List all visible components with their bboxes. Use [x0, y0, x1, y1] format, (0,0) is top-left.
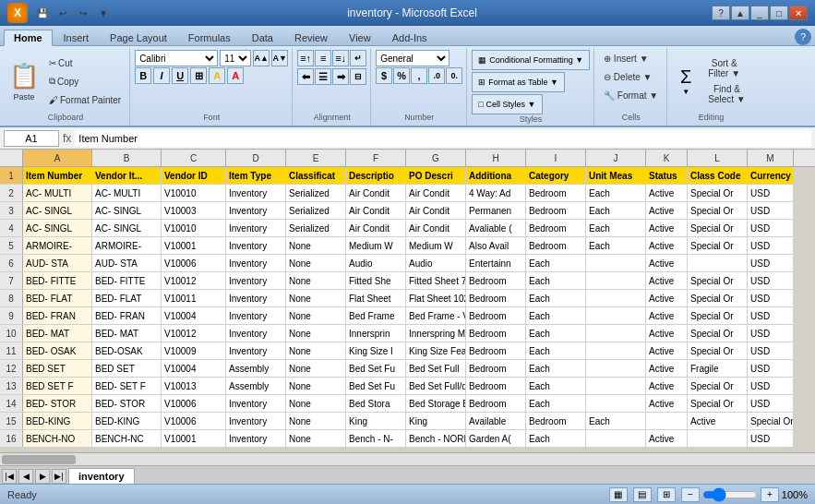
cell[interactable] — [586, 325, 646, 342]
cell[interactable]: None — [286, 290, 346, 306]
cell[interactable]: Flat Sheet 102" X 66" — [406, 290, 466, 306]
cell-styles-button[interactable]: □ Cell Styles ▼ — [472, 94, 542, 114]
cell[interactable]: Fragile — [688, 360, 748, 377]
cell[interactable]: V10006 — [162, 255, 226, 271]
cell[interactable]: Bed Frame — [346, 307, 406, 324]
cell[interactable]: V10006 — [162, 413, 226, 429]
row-header-9[interactable]: 9 — [0, 307, 23, 324]
cell[interactable]: Active — [646, 395, 688, 412]
zoom-in-button[interactable]: + — [761, 487, 779, 502]
cell[interactable]: Bench - N- — [346, 430, 406, 447]
cell[interactable]: None — [286, 378, 346, 394]
cell[interactable]: USD — [748, 220, 794, 236]
fill-color-button[interactable]: A — [209, 67, 225, 84]
underline-button[interactable]: U — [172, 67, 188, 84]
row-header-5[interactable]: 5 — [0, 237, 23, 254]
help-icon[interactable]: ? — [795, 29, 811, 45]
cell[interactable]: Special Or — [688, 272, 748, 289]
cell[interactable]: Active — [646, 307, 688, 324]
cell[interactable]: USD — [748, 185, 794, 201]
cell[interactable]: V10010 — [162, 220, 226, 236]
cell[interactable]: Active — [646, 237, 688, 254]
cell[interactable]: Bed Set Full — [406, 360, 466, 377]
sheet-tab-inventory[interactable]: inventory — [68, 468, 135, 484]
cell[interactable]: Inventory — [226, 220, 286, 236]
cell[interactable]: BED- FITTE — [23, 272, 92, 289]
col-header-k[interactable]: K — [646, 150, 688, 166]
cell[interactable]: Special Or — [748, 413, 794, 429]
tab-insert[interactable]: Insert — [54, 30, 100, 45]
cell[interactable]: V10001 — [162, 237, 226, 254]
align-top-left-button[interactable]: ≡↑ — [297, 50, 314, 66]
col-header-e[interactable]: E — [286, 150, 346, 166]
cell[interactable]: Air Condit — [406, 220, 466, 236]
format-button[interactable]: 🔧 Format ▼ — [599, 87, 663, 103]
cut-button[interactable]: ✂ Cut — [44, 54, 126, 71]
italic-button[interactable]: I — [153, 67, 170, 84]
sum-button[interactable]: Σ ▼ — [672, 56, 700, 106]
cell[interactable] — [586, 430, 646, 447]
row-header-4[interactable]: 4 — [0, 220, 23, 236]
cell[interactable]: AC- MULTI — [23, 185, 92, 201]
cell[interactable]: USD — [748, 307, 794, 324]
cell[interactable]: Each — [586, 237, 646, 254]
cell[interactable]: V10009 — [162, 342, 226, 359]
cell[interactable]: Active — [646, 360, 688, 377]
cell[interactable]: Inventory — [226, 325, 286, 342]
cell[interactable]: Air Condit — [346, 220, 406, 236]
cell[interactable]: BED- FITTE — [92, 272, 162, 289]
sheet-nav-prev[interactable]: ◀ — [18, 469, 33, 484]
cell[interactable]: AC- SINGL — [92, 202, 162, 219]
cell[interactable]: Bedroom — [466, 360, 526, 377]
cell[interactable]: Bedroom — [526, 237, 586, 254]
sheet-nav-last[interactable]: ▶| — [52, 469, 66, 484]
cell[interactable]: ARMOIRE- — [23, 237, 92, 254]
align-right-button[interactable]: ➡ — [332, 68, 349, 85]
col-header-g[interactable]: G — [406, 150, 466, 166]
cell[interactable]: Each — [526, 307, 586, 324]
cell[interactable]: None — [286, 360, 346, 377]
cell[interactable]: Category — [526, 167, 586, 184]
cell[interactable]: Bedroom — [526, 413, 586, 429]
zoom-out-button[interactable]: − — [681, 487, 700, 502]
cell[interactable]: Each — [526, 255, 586, 271]
cell[interactable]: Special Or — [688, 202, 748, 219]
row-header-11[interactable]: 11 — [0, 342, 23, 359]
cell[interactable]: None — [286, 413, 346, 429]
number-format-select[interactable]: General — [376, 50, 449, 66]
cell[interactable]: Assembly — [226, 360, 286, 377]
cell[interactable]: Inventory — [226, 395, 286, 412]
cell[interactable]: Active — [646, 255, 688, 271]
cell[interactable]: V10013 — [162, 378, 226, 394]
help-button[interactable]: ? — [712, 6, 730, 20]
cell[interactable] — [586, 307, 646, 324]
cell[interactable]: Each — [586, 220, 646, 236]
cell[interactable]: USD — [748, 255, 794, 271]
cell[interactable]: Medium W — [346, 237, 406, 254]
tab-home[interactable]: Home — [4, 30, 53, 46]
cell[interactable]: Innersprin — [346, 325, 406, 342]
cell[interactable]: Air Condit — [346, 185, 406, 201]
cell[interactable]: Bedroom — [466, 307, 526, 324]
cell[interactable]: USD — [748, 202, 794, 219]
cell[interactable]: Inventory — [226, 255, 286, 271]
cell[interactable]: BED- MAT — [23, 325, 92, 342]
cell[interactable]: Avaliable ( — [466, 220, 526, 236]
cell[interactable]: Special Or — [688, 378, 748, 394]
col-header-b[interactable]: B — [92, 150, 162, 166]
cell[interactable]: Special Or — [688, 395, 748, 412]
page-layout-view-button[interactable]: ▤ — [633, 487, 652, 502]
cell[interactable] — [586, 255, 646, 271]
row-header-14[interactable]: 14 — [0, 395, 23, 412]
cell[interactable]: Active — [646, 272, 688, 289]
scrollbar-thumb[interactable] — [2, 455, 76, 464]
cell[interactable]: V10004 — [162, 360, 226, 377]
cell[interactable]: V10012 — [162, 325, 226, 342]
cell[interactable]: ARMOIRE- — [92, 237, 162, 254]
col-header-i[interactable]: I — [526, 150, 586, 166]
cell[interactable]: USD — [748, 272, 794, 289]
col-header-m[interactable]: M — [748, 150, 794, 166]
cell[interactable]: BED- OSAK — [23, 342, 92, 359]
cell[interactable]: Entertainn — [466, 255, 526, 271]
cell[interactable]: Bedroom — [466, 342, 526, 359]
